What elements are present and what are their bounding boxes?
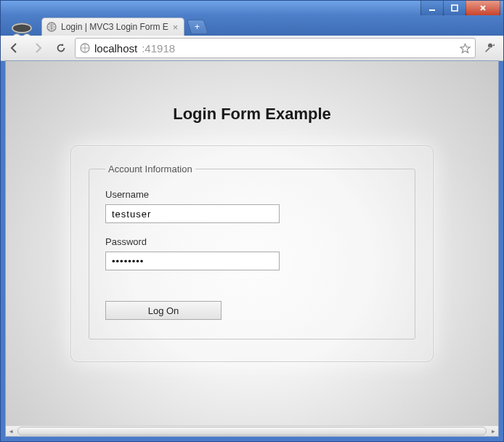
svg-rect-0 xyxy=(429,9,435,11)
globe-icon xyxy=(46,22,57,32)
back-button[interactable] xyxy=(5,39,24,57)
scrollbar-track[interactable] xyxy=(16,426,488,436)
plus-icon: + xyxy=(195,22,200,32)
settings-wrench-icon[interactable] xyxy=(480,39,499,57)
window-controls xyxy=(421,1,500,16)
address-bar[interactable]: localhost:41918 xyxy=(75,38,476,58)
username-label: Username xyxy=(105,189,399,200)
new-tab-button[interactable]: + xyxy=(187,20,208,34)
password-label: Password xyxy=(105,236,399,247)
page-content: Login Form Example Account Information U… xyxy=(6,61,498,398)
password-field: Password xyxy=(105,236,399,270)
page-viewport: Login Form Example Account Information U… xyxy=(5,60,499,437)
page-body[interactable]: Login Form Example Account Information U… xyxy=(6,61,498,426)
tab-title: Login | MVC3 Login Form E xyxy=(61,22,168,32)
site-globe-icon xyxy=(80,43,90,53)
svg-point-3 xyxy=(13,25,31,33)
reload-button[interactable] xyxy=(52,39,70,57)
window-maximize-button[interactable] xyxy=(443,1,466,16)
browser-window: Login | MVC3 Login Form E × + localhost:… xyxy=(0,0,504,442)
horizontal-scrollbar[interactable]: ◂ ▸ xyxy=(6,425,498,436)
scroll-right-arrow-icon[interactable]: ▸ xyxy=(488,427,498,435)
url-port: :41918 xyxy=(142,42,175,55)
scroll-left-arrow-icon[interactable]: ◂ xyxy=(6,427,16,435)
forward-button[interactable] xyxy=(28,39,47,57)
username-input[interactable] xyxy=(105,204,280,223)
tab-close-icon[interactable]: × xyxy=(173,22,179,33)
browser-tab[interactable]: Login | MVC3 Login Form E × xyxy=(41,17,184,36)
username-field: Username xyxy=(105,189,399,223)
url-host: localhost xyxy=(94,42,137,55)
window-minimize-button[interactable] xyxy=(420,1,444,16)
page-heading: Login Form Example xyxy=(173,105,331,124)
bookmark-star-icon[interactable] xyxy=(460,43,471,54)
window-titlebar[interactable] xyxy=(1,1,503,15)
log-on-button[interactable]: Log On xyxy=(105,301,221,320)
fieldset-legend: Account Information xyxy=(105,164,195,174)
password-input[interactable] xyxy=(105,252,280,270)
tab-strip: Login | MVC3 Login Form E × + xyxy=(1,15,503,36)
account-fieldset: Account Information Username Password Lo… xyxy=(89,164,415,339)
window-close-button[interactable] xyxy=(466,1,500,16)
login-card: Account Information Username Password Lo… xyxy=(70,145,434,362)
browser-toolbar: localhost:41918 xyxy=(1,36,503,61)
scrollbar-thumb[interactable] xyxy=(17,427,487,435)
svg-rect-1 xyxy=(452,5,458,11)
